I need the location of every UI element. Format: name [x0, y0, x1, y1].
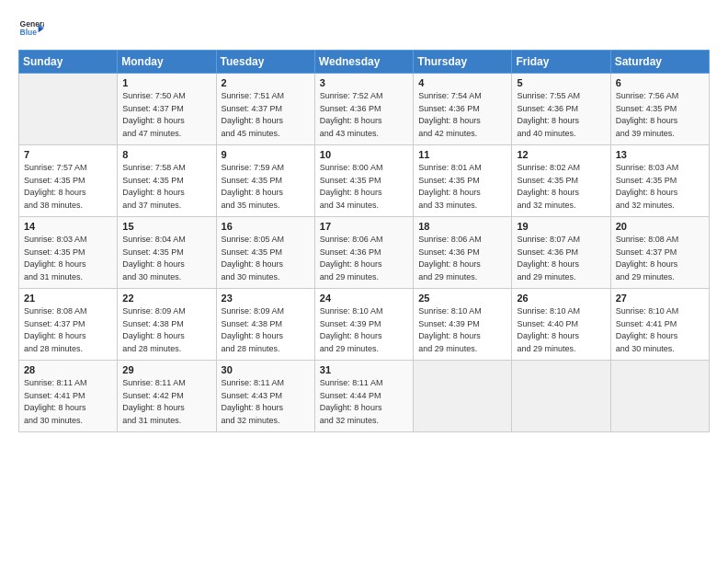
- day-info: Sunrise: 8:06 AMSunset: 4:36 PMDaylight:…: [320, 234, 408, 283]
- calendar-cell: 7Sunrise: 7:57 AMSunset: 4:35 PMDaylight…: [19, 145, 118, 217]
- calendar-cell: 3Sunrise: 7:52 AMSunset: 4:36 PMDaylight…: [314, 74, 413, 145]
- day-number: 15: [122, 221, 210, 232]
- weekday-header-tuesday: Tuesday: [216, 51, 314, 74]
- header: General Blue: [18, 17, 710, 42]
- calendar-cell: 28Sunrise: 8:11 AMSunset: 4:41 PMDayligh…: [19, 361, 118, 432]
- day-info: Sunrise: 7:52 AMSunset: 4:36 PMDaylight:…: [320, 90, 408, 140]
- day-number: 11: [418, 149, 506, 160]
- calendar-table: SundayMondayTuesdayWednesdayThursdayFrid…: [18, 50, 710, 432]
- calendar-cell: 19Sunrise: 8:07 AMSunset: 4:36 PMDayligh…: [512, 217, 610, 289]
- calendar-cell: 24Sunrise: 8:10 AMSunset: 4:39 PMDayligh…: [314, 289, 413, 361]
- calendar-week-2: 7Sunrise: 7:57 AMSunset: 4:35 PMDaylight…: [19, 145, 710, 217]
- day-number: 19: [517, 221, 605, 232]
- logo-icon: General Blue: [18, 17, 44, 42]
- calendar-cell: 17Sunrise: 8:06 AMSunset: 4:36 PMDayligh…: [314, 217, 413, 289]
- day-number: 29: [122, 364, 210, 375]
- day-number: 27: [616, 293, 704, 304]
- calendar-cell: [512, 361, 610, 432]
- day-info: Sunrise: 7:57 AMSunset: 4:35 PMDaylight:…: [24, 162, 112, 212]
- day-info: Sunrise: 8:03 AMSunset: 4:35 PMDaylight:…: [616, 162, 704, 212]
- day-number: 10: [320, 149, 408, 160]
- calendar-cell: 15Sunrise: 8:04 AMSunset: 4:35 PMDayligh…: [118, 217, 216, 289]
- day-number: 20: [616, 221, 704, 232]
- day-info: Sunrise: 8:01 AMSunset: 4:35 PMDaylight:…: [418, 162, 506, 212]
- day-info: Sunrise: 8:07 AMSunset: 4:36 PMDaylight:…: [517, 234, 605, 283]
- day-number: 21: [24, 293, 112, 304]
- weekday-header-row: SundayMondayTuesdayWednesdayThursdayFrid…: [19, 51, 710, 74]
- calendar-cell: 4Sunrise: 7:54 AMSunset: 4:36 PMDaylight…: [414, 74, 512, 145]
- calendar-week-5: 28Sunrise: 8:11 AMSunset: 4:41 PMDayligh…: [19, 361, 710, 432]
- day-info: Sunrise: 7:50 AMSunset: 4:37 PMDaylight:…: [122, 90, 210, 140]
- day-info: Sunrise: 8:10 AMSunset: 4:40 PMDaylight:…: [517, 305, 605, 355]
- calendar-cell: 10Sunrise: 8:00 AMSunset: 4:35 PMDayligh…: [314, 145, 413, 217]
- calendar-cell: 16Sunrise: 8:05 AMSunset: 4:35 PMDayligh…: [216, 217, 314, 289]
- day-info: Sunrise: 8:02 AMSunset: 4:35 PMDaylight:…: [517, 162, 605, 212]
- weekday-header-wednesday: Wednesday: [314, 51, 413, 74]
- calendar-cell: 25Sunrise: 8:10 AMSunset: 4:39 PMDayligh…: [414, 289, 512, 361]
- day-info: Sunrise: 7:58 AMSunset: 4:35 PMDaylight:…: [122, 162, 210, 212]
- weekday-header-thursday: Thursday: [414, 51, 512, 74]
- calendar-cell: 13Sunrise: 8:03 AMSunset: 4:35 PMDayligh…: [610, 145, 709, 217]
- day-info: Sunrise: 8:09 AMSunset: 4:38 PMDaylight:…: [122, 305, 210, 355]
- day-number: 22: [122, 293, 210, 304]
- calendar-cell: [19, 74, 118, 145]
- day-info: Sunrise: 8:08 AMSunset: 4:37 PMDaylight:…: [24, 305, 112, 355]
- day-info: Sunrise: 7:59 AMSunset: 4:35 PMDaylight:…: [222, 162, 310, 212]
- day-info: Sunrise: 8:11 AMSunset: 4:41 PMDaylight:…: [24, 377, 112, 427]
- calendar-cell: 31Sunrise: 8:11 AMSunset: 4:44 PMDayligh…: [314, 361, 413, 432]
- day-number: 26: [517, 293, 605, 304]
- calendar-cell: 21Sunrise: 8:08 AMSunset: 4:37 PMDayligh…: [19, 289, 118, 361]
- day-number: 13: [616, 149, 704, 160]
- calendar-cell: 8Sunrise: 7:58 AMSunset: 4:35 PMDaylight…: [118, 145, 216, 217]
- day-number: 4: [418, 77, 506, 88]
- calendar-cell: 20Sunrise: 8:08 AMSunset: 4:37 PMDayligh…: [610, 217, 709, 289]
- day-info: Sunrise: 8:10 AMSunset: 4:41 PMDaylight:…: [616, 305, 704, 355]
- day-number: 1: [122, 77, 210, 88]
- day-number: 25: [418, 293, 506, 304]
- day-number: 8: [122, 149, 210, 160]
- day-info: Sunrise: 8:11 AMSunset: 4:42 PMDaylight:…: [122, 377, 210, 427]
- day-number: 7: [24, 149, 112, 160]
- calendar-cell: 14Sunrise: 8:03 AMSunset: 4:35 PMDayligh…: [19, 217, 118, 289]
- day-number: 3: [320, 77, 408, 88]
- day-info: Sunrise: 8:10 AMSunset: 4:39 PMDaylight:…: [418, 305, 506, 355]
- calendar-cell: [610, 361, 709, 432]
- day-info: Sunrise: 8:03 AMSunset: 4:35 PMDaylight:…: [24, 234, 112, 283]
- day-info: Sunrise: 8:04 AMSunset: 4:35 PMDaylight:…: [122, 234, 210, 283]
- day-number: 23: [222, 293, 310, 304]
- calendar-cell: 2Sunrise: 7:51 AMSunset: 4:37 PMDaylight…: [216, 74, 314, 145]
- calendar-cell: 22Sunrise: 8:09 AMSunset: 4:38 PMDayligh…: [118, 289, 216, 361]
- day-info: Sunrise: 7:55 AMSunset: 4:36 PMDaylight:…: [517, 90, 605, 140]
- calendar-cell: 9Sunrise: 7:59 AMSunset: 4:35 PMDaylight…: [216, 145, 314, 217]
- day-info: Sunrise: 8:11 AMSunset: 4:43 PMDaylight:…: [222, 377, 310, 427]
- day-info: Sunrise: 8:11 AMSunset: 4:44 PMDaylight:…: [320, 377, 408, 427]
- day-number: 28: [24, 364, 112, 375]
- day-number: 14: [24, 221, 112, 232]
- day-number: 18: [418, 221, 506, 232]
- weekday-header-monday: Monday: [118, 51, 216, 74]
- day-number: 2: [222, 77, 310, 88]
- weekday-header-saturday: Saturday: [610, 51, 709, 74]
- page: General Blue SundayMondayTuesdayWednesda…: [0, 0, 728, 563]
- day-number: 5: [517, 77, 605, 88]
- day-info: Sunrise: 7:54 AMSunset: 4:36 PMDaylight:…: [418, 90, 506, 140]
- calendar-cell: 26Sunrise: 8:10 AMSunset: 4:40 PMDayligh…: [512, 289, 610, 361]
- day-number: 12: [517, 149, 605, 160]
- day-number: 6: [616, 77, 704, 88]
- calendar-cell: 11Sunrise: 8:01 AMSunset: 4:35 PMDayligh…: [414, 145, 512, 217]
- day-info: Sunrise: 7:51 AMSunset: 4:37 PMDaylight:…: [222, 90, 310, 140]
- weekday-header-friday: Friday: [512, 51, 610, 74]
- calendar-cell: 23Sunrise: 8:09 AMSunset: 4:38 PMDayligh…: [216, 289, 314, 361]
- calendar-week-4: 21Sunrise: 8:08 AMSunset: 4:37 PMDayligh…: [19, 289, 710, 361]
- day-number: 9: [222, 149, 310, 160]
- calendar-cell: [414, 361, 512, 432]
- day-info: Sunrise: 8:00 AMSunset: 4:35 PMDaylight:…: [320, 162, 408, 212]
- calendar-week-1: 1Sunrise: 7:50 AMSunset: 4:37 PMDaylight…: [19, 74, 710, 145]
- logo: General Blue: [18, 17, 44, 42]
- calendar-cell: 6Sunrise: 7:56 AMSunset: 4:35 PMDaylight…: [610, 74, 709, 145]
- calendar-cell: 27Sunrise: 8:10 AMSunset: 4:41 PMDayligh…: [610, 289, 709, 361]
- calendar-week-3: 14Sunrise: 8:03 AMSunset: 4:35 PMDayligh…: [19, 217, 710, 289]
- day-info: Sunrise: 8:05 AMSunset: 4:35 PMDaylight:…: [222, 234, 310, 283]
- calendar-cell: 1Sunrise: 7:50 AMSunset: 4:37 PMDaylight…: [118, 74, 216, 145]
- svg-text:Blue: Blue: [20, 28, 38, 37]
